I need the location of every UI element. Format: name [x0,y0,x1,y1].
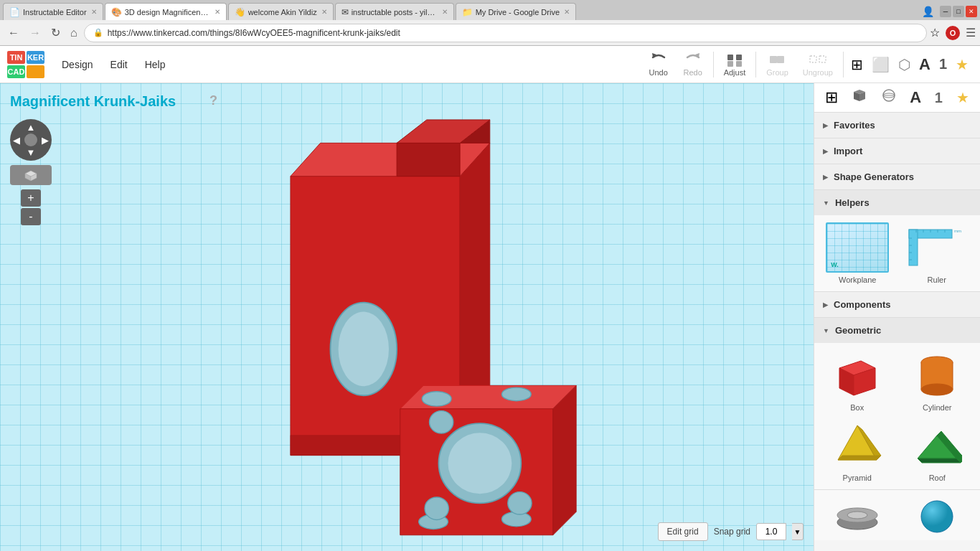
pyramid-shape-item[interactable]: Pyramid [821,420,893,482]
design-menu[interactable]: Design [53,55,102,75]
window-controls: 👤 ─ □ ✕ [919,6,980,20]
3d-scene [0,83,814,551]
ruler-item[interactable]: mm Ruler [901,222,974,284]
bookmark-button[interactable]: ☆ [930,26,940,39]
components-header[interactable]: ▶ Components [814,292,980,317]
main-content: Magnificent Krunk-Jaiks ? ▲ ▼ ◀ ▶ [0,83,980,551]
tab3-close[interactable]: ✕ [321,8,327,16]
viewport[interactable]: Magnificent Krunk-Jaiks ? ▲ ▼ ◀ ▶ [0,83,814,551]
svg-point-28 [508,492,532,514]
box-view-button[interactable]: ⬜ [867,53,894,76]
torus-shape-item[interactable] [821,497,893,533]
sidebar-number-1-button[interactable]: 1 [935,90,943,106]
sidebar-star-button[interactable]: ★ [956,89,969,106]
roof-shape-item[interactable]: Roof [902,420,974,482]
svg-rect-7 [819,56,826,62]
lock-icon: 🔒 [93,28,103,37]
import-arrow: ▶ [823,148,828,155]
tab2-close[interactable]: ✕ [215,8,220,16]
forward-button[interactable]: → [26,25,44,41]
svg-point-21 [501,387,531,401]
favorites-header[interactable]: ▶ Favorites [814,113,980,138]
right-sidebar: ⊞ A 1 ★ ▶ Favorites [814,83,980,551]
ungroup-label: Ungroup [803,68,833,77]
bottom-controls: Edit grid Snap grid ▼ [658,522,804,541]
adjust-icon [725,52,745,67]
maximize-button[interactable]: □ [953,6,964,17]
group-icon [767,52,787,67]
helpers-grid: W. Workplane [821,222,973,284]
tab1-close[interactable]: ✕ [91,8,97,16]
sidebar-box-icon[interactable] [852,88,867,108]
shape-generators-header[interactable]: ▶ Shape Generators [814,164,980,189]
help-menu[interactable]: Help [136,55,174,75]
cylinder-shape-item[interactable]: Cylinder [902,350,974,412]
snap-grid-dropdown[interactable]: ▼ [792,523,804,540]
home-button[interactable]: ⌂ [67,25,81,41]
edit-grid-button[interactable]: Edit grid [658,522,708,541]
import-section: ▶ Import [814,138,980,164]
sidebar-sphere-icon[interactable] [881,88,897,108]
workplane-item[interactable]: W. Workplane [821,222,894,284]
tab3-favicon: 👋 [235,7,245,17]
snap-grid-input[interactable] [756,523,786,540]
browser-tab-1[interactable]: 📄 Instructable Editor ✕ [3,3,103,20]
helpers-label: Helpers [835,197,870,208]
helpers-body: W. Workplane [814,215,980,291]
browser-navbar: ← → ↻ ⌂ 🔒 https://www.tinkercad.com/thin… [0,20,980,46]
menu-button[interactable]: ☰ [966,26,976,39]
svg-text:mm: mm [954,229,961,233]
svg-rect-1 [736,55,742,60]
undo-label: Undo [649,68,667,77]
sidebar-grid-icon[interactable]: ⊞ [825,88,838,107]
adjust-label: Adjust [724,68,746,77]
import-header[interactable]: ▶ Import [814,138,980,164]
logo-cell-c [27,65,44,78]
address-bar[interactable]: 🔒 https://www.tinkercad.com/things/8I6wW… [84,24,927,42]
helpers-arrow: ▼ [823,199,829,207]
adjust-tool[interactable]: Adjust [717,49,753,80]
flat-plate-object[interactable] [400,385,576,534]
redo-label: Redo [683,68,702,77]
tab5-favicon: 📁 [462,7,473,17]
favorites-section: ▶ Favorites [814,113,980,138]
grid-view-button[interactable]: ⊞ [847,53,867,76]
browser-tab-5[interactable]: 📁 My Drive - Google Drive ✕ [456,3,576,20]
helpers-section: ▼ Helpers W. Workplane [814,190,980,292]
svg-marker-55 [838,456,881,460]
shape-generators-section: ▶ Shape Generators [814,164,980,190]
tab5-close[interactable]: ✕ [564,8,570,16]
ungroup-tool[interactable]: Ungroup [796,49,840,80]
favorites-label: Favorites [834,120,875,131]
browser-tab-4[interactable]: ✉ instructable posts - yilda... ✕ [335,3,454,20]
shape-view-button[interactable]: ⬡ [894,53,915,76]
cylinder-label: Cylinder [923,403,951,412]
workplane-visual: W. [826,222,889,273]
number-1-button[interactable]: 1 [935,53,951,75]
undo-tool[interactable]: Undo [641,49,676,80]
helpers-header[interactable]: ▼ Helpers [814,190,980,215]
redo-tool[interactable]: Redo [676,49,710,80]
geometric-body: Box [814,343,980,489]
box-shape-item[interactable]: Box [821,350,893,412]
back-button[interactable]: ← [4,25,23,41]
geometric-header[interactable]: ▼ Geometric [814,318,980,343]
browser-tab-3[interactable]: 👋 welcome Akin Yildiz ✕ [228,3,334,20]
cylinder-shape-visual [905,350,969,400]
refresh-button[interactable]: ↻ [47,24,64,41]
letter-a-button[interactable]: A [915,52,935,77]
close-button[interactable]: ✕ [966,6,977,17]
sidebar-top-icons: ⊞ A 1 ★ [814,83,980,113]
sidebar-letter-a-button[interactable]: A [910,88,921,107]
browser-tab-2[interactable]: 🎨 3D design Magnificent K... ✕ [105,3,227,20]
import-label: Import [834,146,862,156]
group-tool[interactable]: Group [759,49,796,80]
tab4-close[interactable]: ✕ [442,8,448,16]
svg-point-49 [921,384,953,395]
edit-menu[interactable]: Edit [102,55,136,75]
minimize-button[interactable]: ─ [940,6,951,17]
pyramid-label: Pyramid [843,474,872,482]
sphere-shape-item[interactable] [902,497,974,533]
star-button[interactable]: ★ [951,53,973,76]
svg-marker-11 [397,143,460,176]
